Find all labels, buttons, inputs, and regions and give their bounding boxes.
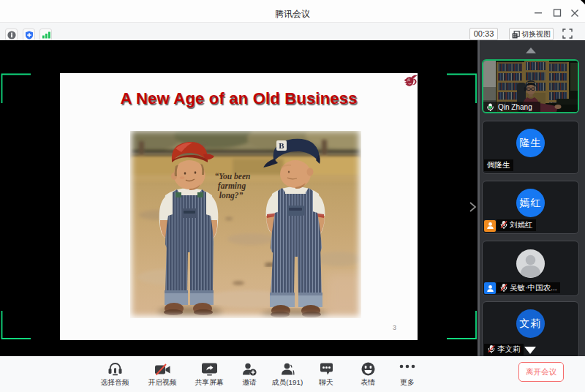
svg-text:Qin Zhang: Qin Zhang [498,103,532,111]
